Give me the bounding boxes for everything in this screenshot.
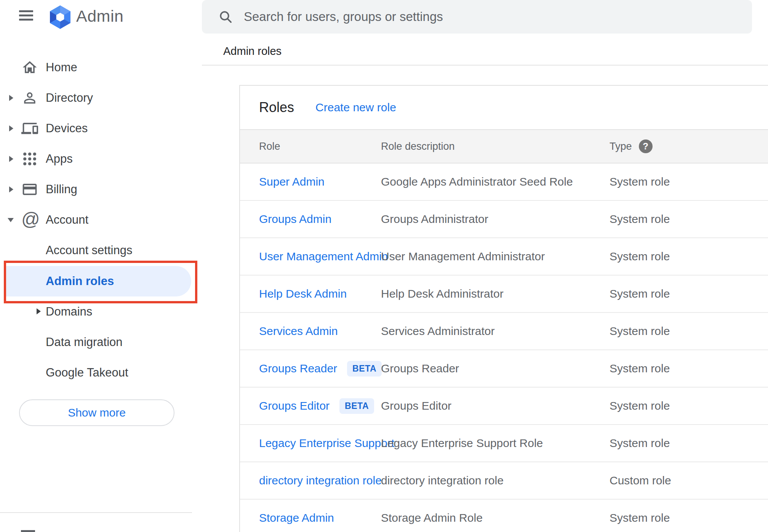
create-new-role-link[interactable]: Create new role: [315, 101, 396, 114]
table-row: Groups Editor BETA Groups Editor System …: [240, 388, 768, 425]
role-type: System role: [610, 325, 670, 338]
sidebar-item-home[interactable]: Home: [0, 52, 202, 83]
column-header-role: Role: [259, 141, 280, 152]
sidebar-item-devices[interactable]: Devices: [0, 113, 202, 144]
sidebar-item-admin-roles[interactable]: Admin roles: [6, 266, 191, 296]
role-type: System role: [610, 250, 670, 263]
breadcrumb: Admin roles: [223, 45, 282, 58]
sidebar-item-label: Apps: [46, 152, 73, 166]
role-type: System role: [610, 213, 670, 226]
app-title: Admin: [76, 7, 123, 26]
role-description: Groups Editor: [381, 399, 451, 412]
role-type: System role: [610, 287, 670, 300]
role-type: Custom role: [610, 474, 671, 487]
show-more-button[interactable]: Show more: [19, 399, 174, 426]
table-row: directory integration role directory int…: [240, 462, 768, 500]
search-bar: [202, 0, 752, 34]
role-link[interactable]: Storage Admin: [259, 511, 334, 524]
admin-hexagon-logo-icon: [48, 5, 72, 29]
role-description: Storage Admin Role: [381, 511, 483, 524]
sidebar-item-data-migration[interactable]: Data migration: [0, 327, 202, 357]
credit-card-icon: [21, 181, 38, 198]
hamburger-menu-icon[interactable]: [19, 10, 34, 22]
question-mark-help-icon[interactable]: ?: [639, 139, 653, 153]
role-type: System role: [610, 437, 670, 450]
beta-badge: BETA: [347, 361, 382, 377]
sidebar-item-label: Data migration: [46, 335, 123, 349]
role-link[interactable]: Groups Admin: [259, 213, 331, 226]
chevron-right-icon[interactable]: [9, 125, 13, 131]
search-input[interactable]: [244, 10, 752, 24]
table-row: Groups Reader BETA Groups Reader System …: [240, 350, 768, 388]
chevron-right-icon[interactable]: [9, 95, 13, 101]
admin-console-page: Admin Home Directory Devices: [0, 0, 768, 532]
role-link[interactable]: directory integration role: [259, 474, 382, 487]
sidebar-item-label: Home: [46, 61, 77, 74]
role-description: Google Apps Administrator Seed Role: [381, 175, 573, 188]
devices-icon: [21, 120, 38, 137]
person-icon: [21, 90, 38, 106]
sidebar-item-directory[interactable]: Directory: [0, 83, 202, 113]
role-link[interactable]: User Management Admin: [259, 250, 388, 263]
chevron-right-icon[interactable]: [37, 308, 41, 314]
search-icon: [218, 9, 233, 24]
chevron-down-icon[interactable]: [8, 218, 14, 222]
sidebar-item-label: Domains: [46, 305, 92, 319]
role-link[interactable]: Services Admin: [259, 325, 338, 338]
sidebar-item-label: Billing: [46, 183, 77, 196]
sidebar-item-label: Google Takeout: [46, 366, 128, 380]
role-description: Groups Reader: [381, 362, 459, 375]
sidebar-item-account[interactable]: @ Account: [0, 205, 202, 235]
table-row: Help Desk Admin Help Desk Administrator …: [240, 276, 768, 313]
role-link[interactable]: Groups Reader: [259, 362, 337, 375]
table-row: Super Admin Google Apps Administrator Se…: [240, 163, 768, 201]
role-description: Help Desk Administrator: [381, 287, 504, 300]
sidebar-item-label: Account: [46, 213, 88, 227]
column-header-role-description: Role description: [381, 141, 455, 152]
sidebar-item-domains[interactable]: Domains: [0, 296, 202, 327]
role-description: Legacy Enterprise Support Role: [381, 437, 543, 449]
table-row: Storage Admin Storage Admin Role System …: [240, 500, 768, 532]
role-link[interactable]: Legacy Enterprise Support: [259, 437, 394, 450]
sidebar-item-label: Admin roles: [46, 274, 114, 288]
role-link[interactable]: Super Admin: [259, 175, 325, 188]
sidebar-item-label: Directory: [46, 91, 93, 105]
sidebar: Admin Home Directory Devices: [0, 0, 202, 532]
role-description: directory integration role: [381, 474, 504, 487]
role-type: System role: [610, 511, 670, 524]
beta-badge: BETA: [339, 398, 374, 414]
role-link[interactable]: Help Desk Admin: [259, 287, 347, 300]
table-row: User Management Admin User Management Ad…: [240, 238, 768, 276]
table-row: Legacy Enterprise Support Legacy Enterpr…: [240, 425, 768, 462]
sidebar-item-google-takeout[interactable]: Google Takeout: [0, 357, 202, 388]
at-sign-icon: @: [21, 210, 40, 228]
sidebar-item-billing[interactable]: Billing: [0, 174, 202, 205]
table-row: Groups Admin Groups Administrator System…: [240, 201, 768, 238]
role-type: System role: [610, 399, 670, 412]
column-header-type: Type: [610, 141, 632, 152]
role-type: System role: [610, 175, 670, 188]
sidebar-item-label: Devices: [46, 122, 88, 135]
role-description: User Management Administrator: [381, 250, 545, 263]
header-divider: [202, 65, 768, 66]
sidebar-divider: [0, 512, 192, 513]
chevron-right-icon[interactable]: [9, 186, 13, 192]
sidebar-item-label: Account settings: [46, 244, 132, 257]
roles-panel-header: Roles Create new role: [240, 86, 768, 129]
home-icon: [21, 59, 38, 76]
role-type: System role: [610, 362, 670, 375]
role-description: Groups Administrator: [381, 213, 488, 225]
table-row: Services Admin Services Administrator Sy…: [240, 313, 768, 350]
table-header-row: Role Role description Type ?: [240, 129, 768, 163]
sidebar-item-account-settings[interactable]: Account settings: [0, 235, 202, 266]
roles-panel: Roles Create new role Role Role descript…: [239, 85, 768, 532]
panel-title: Roles: [259, 99, 294, 115]
apps-grid-icon: [21, 151, 38, 167]
chevron-right-icon[interactable]: [9, 156, 13, 162]
partial-bottom-icon: [21, 530, 35, 532]
sidebar-item-apps[interactable]: Apps: [0, 144, 202, 174]
role-link[interactable]: Groups Editor: [259, 399, 330, 412]
role-description: Services Administrator: [381, 325, 494, 337]
